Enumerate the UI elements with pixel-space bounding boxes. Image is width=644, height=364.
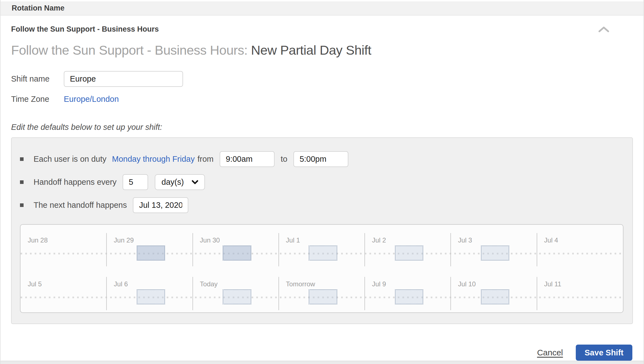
calendar-day: Jun 30 — [193, 225, 279, 269]
duty-from-label: from — [197, 155, 214, 164]
day-separator — [364, 233, 365, 266]
collapse-chevron-up-icon[interactable] — [598, 26, 610, 33]
duty-end-time-input[interactable] — [293, 151, 348, 167]
handoff-unit-value: day(s) — [161, 178, 184, 187]
bottom-strip — [1, 361, 643, 364]
day-separator — [278, 277, 279, 310]
shift-block[interactable] — [395, 246, 423, 261]
day-label: Jul 4 — [544, 236, 558, 244]
shift-block[interactable] — [309, 289, 337, 304]
defaults-panel: Each user is on duty Monday through Frid… — [11, 137, 633, 324]
rotation-name-label: Rotation Name — [12, 4, 65, 12]
day-separator — [192, 233, 193, 266]
shift-block[interactable] — [137, 289, 165, 304]
time-zone-link[interactable]: Europe/London — [64, 95, 119, 104]
bullet-square-icon — [20, 180, 24, 184]
next-handoff-label: The next handoff happens — [34, 201, 127, 210]
handoff-unit-select[interactable]: day(s) — [155, 174, 205, 190]
day-separator — [364, 277, 365, 310]
duty-start-time-input[interactable] — [220, 151, 275, 167]
day-label: Jul 9 — [372, 280, 386, 288]
calendar-day: Jul 11 — [537, 269, 623, 312]
rotation-title: Follow the Sun Support - Business Hours — [11, 25, 159, 34]
shift-block[interactable] — [137, 246, 165, 261]
duty-days-link[interactable]: Monday through Friday — [112, 155, 195, 164]
calendar-day: Jul 3 — [451, 225, 537, 269]
day-separator — [450, 233, 451, 266]
day-separator — [450, 277, 451, 310]
bullet-square-icon — [20, 203, 24, 207]
day-separator — [106, 233, 107, 266]
day-label: Today — [200, 280, 218, 288]
day-label: Jul 3 — [458, 236, 472, 244]
day-separator — [106, 277, 107, 310]
day-label: Jul 10 — [458, 280, 476, 288]
time-zone-label: Time Zone — [11, 95, 56, 104]
shift-name-input[interactable] — [64, 71, 183, 87]
rotation-name-header: Rotation Name — [1, 1, 643, 16]
calendar-row: Jul 5Jul 6TodayTomorrowJul 9Jul 10Jul 11 — [21, 269, 623, 312]
day-label: Jul 1 — [286, 236, 300, 244]
page: Rotation Name Follow the Sun Support - B… — [0, 0, 644, 364]
calendar-day: Tomorrow — [279, 269, 365, 312]
day-label: Jul 6 — [114, 280, 128, 288]
shift-block[interactable] — [223, 246, 251, 261]
next-handoff-row: The next handoff happens — [20, 197, 623, 213]
shift-block[interactable] — [481, 289, 509, 304]
chevron-down-icon — [192, 180, 198, 184]
day-label: Jul 11 — [544, 280, 561, 288]
duty-prefix: Each user is on duty — [34, 155, 107, 164]
rotation-card: Follow the Sun Support - Business Hours … — [1, 16, 643, 361]
page-title-rotation-part: Follow the Sun Support - Business Hours: — [11, 43, 248, 57]
page-title-shift-part: New Partial Day Shift — [251, 43, 371, 57]
calendar-day: Jun 29 — [107, 225, 192, 269]
defaults-note: Edit the defaults below to set up your s… — [11, 123, 633, 132]
day-label: Jun 28 — [28, 236, 48, 244]
calendar-day: Jul 10 — [451, 269, 537, 312]
shift-preview-calendar: Jun 28Jun 29Jun 30Jul 1Jul 2Jul 3Jul 4 J… — [20, 224, 623, 313]
page-title: Follow the Sun Support - Business Hours:… — [11, 42, 633, 58]
cancel-button[interactable]: Cancel — [537, 348, 563, 357]
day-label: Jun 29 — [114, 236, 134, 244]
day-separator — [278, 233, 279, 266]
next-handoff-date-input[interactable] — [133, 197, 188, 213]
calendar-row: Jun 28Jun 29Jun 30Jul 1Jul 2Jul 3Jul 4 — [21, 225, 623, 269]
footer-actions: Cancel Save Shift — [11, 345, 633, 361]
drag-handle-hamburger-icon[interactable] — [620, 25, 631, 34]
shift-block[interactable] — [309, 246, 337, 261]
shift-block[interactable] — [395, 289, 423, 304]
day-separator — [537, 233, 537, 266]
calendar-day: Jul 2 — [365, 225, 451, 269]
shift-block[interactable] — [223, 289, 251, 304]
day-separator — [192, 277, 193, 310]
calendar-day: Jul 1 — [279, 225, 365, 269]
calendar-day: Jul 5 — [21, 269, 107, 312]
handoff-interval-input[interactable] — [123, 174, 148, 190]
calendar-day: Jul 9 — [365, 269, 451, 312]
handoff-row: Handoff happens every day(s) — [20, 174, 623, 190]
day-label: Jun 30 — [200, 236, 220, 244]
card-header: Follow the Sun Support - Business Hours — [11, 25, 633, 34]
duty-to-label: to — [281, 155, 287, 164]
calendar-day: Jul 4 — [537, 225, 623, 269]
shift-block[interactable] — [481, 246, 509, 261]
day-label: Jul 5 — [28, 280, 42, 288]
calendar-day: Jun 28 — [21, 225, 107, 269]
calendar-day: Today — [193, 269, 279, 312]
day-separator — [537, 277, 537, 310]
shift-name-row: Shift name — [11, 71, 633, 87]
day-label: Jul 2 — [372, 236, 386, 244]
card-header-icons — [598, 25, 631, 34]
time-zone-row: Time Zone Europe/London — [11, 95, 633, 104]
calendar-day: Jul 6 — [107, 269, 192, 312]
day-label: Tomorrow — [286, 280, 315, 288]
save-shift-button[interactable]: Save Shift — [576, 345, 632, 361]
bullet-square-icon — [20, 157, 24, 161]
duty-row: Each user is on duty Monday through Frid… — [20, 151, 623, 167]
shift-name-label: Shift name — [11, 74, 56, 84]
handoff-label: Handoff happens every — [34, 178, 116, 187]
